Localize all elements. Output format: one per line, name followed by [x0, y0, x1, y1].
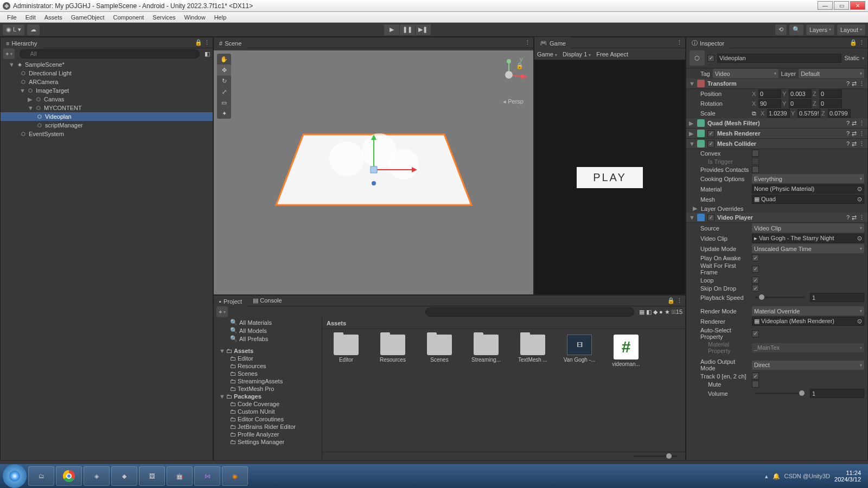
layout-dropdown[interactable]: Layout▾	[837, 24, 865, 35]
renderer-field[interactable]: ▦ Videoplan (Mesh Renderer)⊙	[752, 317, 864, 326]
hierarchy-search[interactable]	[20, 49, 200, 59]
menu-edit[interactable]: Edit	[21, 13, 40, 22]
volume-slider[interactable]	[755, 393, 805, 394]
thumbnail-size-slider[interactable]	[634, 455, 677, 457]
source-dropdown[interactable]: Video Clip▾	[752, 223, 864, 233]
auto-select-checkbox[interactable]	[752, 330, 759, 337]
taskbar-photos-button[interactable]: 🖼	[139, 466, 165, 486]
filter-icon[interactable]: ★	[665, 309, 670, 316]
taskbar-android-button[interactable]: 🤖	[167, 466, 193, 486]
folder-item[interactable]: ▼🗀Assets	[214, 347, 322, 355]
loop-checkbox[interactable]	[752, 277, 759, 284]
taskbar-vs-button[interactable]: ⋈	[194, 466, 220, 486]
persp-label[interactable]: ◂ Persp	[503, 98, 524, 105]
filter-icon[interactable]: ◆	[653, 309, 658, 316]
breadcrumb[interactable]: Assets	[322, 317, 685, 329]
inspector-tab[interactable]: ⓘInspector	[686, 37, 730, 49]
tag-dropdown[interactable]: Video▾	[713, 69, 778, 78]
video-player-enabled[interactable]	[707, 214, 714, 221]
wait-first-frame-checkbox[interactable]	[752, 266, 759, 273]
game-mode-dropdown[interactable]: Game ▾	[537, 51, 557, 57]
move-tool[interactable]: ✥	[217, 65, 231, 75]
position-y-input[interactable]	[789, 89, 812, 98]
component-menu-icon[interactable]: ⋮	[859, 80, 865, 87]
filter-item[interactable]: 🔍All Prefabs	[214, 335, 322, 343]
convex-checkbox[interactable]	[752, 150, 759, 157]
layer-dropdown[interactable]: Default▾	[799, 69, 864, 78]
display-dropdown[interactable]: Display 1 ▾	[563, 51, 591, 57]
mute-checkbox[interactable]	[752, 381, 759, 388]
orientation-gizmo[interactable]: y x 🔒	[490, 56, 528, 94]
update-mode-dropdown[interactable]: Unscaled Game Time▾	[752, 244, 864, 253]
scale-x-input[interactable]	[767, 109, 790, 118]
folder-item[interactable]: ▼🗀Packages	[214, 393, 322, 400]
folder-item[interactable]: 🗀TextMesh Pro	[214, 385, 322, 393]
skip-on-drop-checkbox[interactable]	[752, 285, 759, 292]
mesh-filter-header[interactable]: ▶Quad (Mesh Filter)?⇄⋮	[686, 118, 867, 129]
menu-services[interactable]: Services	[148, 13, 180, 22]
video-player-header[interactable]: ▼Video Player?⇄⋮	[686, 213, 867, 223]
scale-link-icon[interactable]: ⧉	[752, 110, 756, 117]
track-checkbox[interactable]	[752, 373, 759, 380]
minimize-button[interactable]: —	[818, 1, 833, 10]
game-menu-icon[interactable]: ⋮	[676, 39, 682, 46]
rotation-x-input[interactable]	[758, 99, 781, 108]
project-lock-icon[interactable]: 🔒	[667, 297, 675, 304]
undo-history-button[interactable]: ⟲	[775, 24, 787, 35]
clock-time[interactable]: 11:24	[834, 470, 861, 476]
filter-item[interactable]: 🔍All Models	[214, 326, 322, 335]
filter-icon[interactable]: ▦	[639, 309, 644, 316]
preset-icon[interactable]: ⇄	[852, 80, 857, 87]
taskbar-unityhub-button[interactable]: ◆	[111, 466, 137, 486]
scene-tab[interactable]: #Scene	[214, 37, 247, 48]
folder-item[interactable]: 🗀Custom NUnit	[214, 408, 322, 415]
account-button[interactable]: ◉L ▾	[3, 24, 24, 35]
game-viewport[interactable]: PLAY	[534, 60, 685, 294]
asset-folder[interactable]: Streaming...	[468, 335, 505, 363]
folder-item[interactable]: 🗀Resources	[214, 362, 322, 370]
close-button[interactable]: ✕	[850, 1, 865, 10]
taskbar-unity-button[interactable]: ◈	[84, 466, 110, 486]
cloud-button[interactable]: ☁	[27, 24, 40, 35]
pause-button[interactable]: ❚❚	[400, 24, 415, 35]
menu-help[interactable]: Help	[210, 13, 231, 22]
game-play-button[interactable]: PLAY	[577, 167, 643, 188]
layers-dropdown[interactable]: Layers▾	[806, 24, 834, 35]
view-tool[interactable]: ✋	[217, 54, 231, 65]
tree-item[interactable]: ⬡EventSystem	[1, 130, 213, 138]
folder-item[interactable]: 🗀JetBrains Rider Editor	[214, 423, 322, 431]
folder-item[interactable]: 🗀Code Coverage	[214, 400, 322, 408]
scale-z-input[interactable]	[828, 109, 851, 118]
rotation-y-input[interactable]	[789, 99, 812, 108]
scene-viewport[interactable]: ✋ ✥ ↻ ⤢ ▭ ✦	[214, 50, 533, 294]
mesh-collider-enabled[interactable]	[707, 140, 714, 147]
project-search[interactable]	[425, 307, 634, 317]
aspect-dropdown[interactable]: Free Aspect	[596, 51, 628, 57]
tree-item[interactable]: ⬡Directional Light	[1, 69, 213, 78]
tree-item[interactable]: ▼⬡MYCONTENT	[1, 104, 213, 112]
rotate-tool[interactable]: ↻	[217, 75, 231, 86]
project-menu-icon[interactable]: ⋮	[676, 297, 682, 304]
game-tab[interactable]: 🎮Game	[534, 37, 571, 48]
tree-item[interactable]: ▼⬡ImageTarget	[1, 86, 213, 95]
inspector-lock-icon[interactable]: 🔒	[850, 39, 857, 46]
taskbar-explorer-button[interactable]: 🗂	[28, 466, 54, 486]
hierarchy-tab[interactable]: ≡Hierarchy	[1, 37, 43, 48]
object-name-input[interactable]	[717, 54, 841, 63]
play-button[interactable]: ▶	[384, 24, 399, 35]
folder-item[interactable]: 🗀Profile Analyzer	[214, 431, 322, 438]
static-dropdown[interactable]: ▾	[862, 56, 864, 61]
layer-overrides-label[interactable]: Layer Overrides	[701, 206, 743, 212]
inspector-menu-icon[interactable]: ⋮	[859, 39, 865, 46]
scale-y-input[interactable]	[797, 109, 820, 118]
step-button[interactable]: ▶❚	[416, 24, 431, 35]
create-dropdown[interactable]: +▾	[3, 48, 15, 59]
render-mode-dropdown[interactable]: Material Override▾	[752, 306, 864, 316]
menu-gameobject[interactable]: GameObject	[67, 13, 109, 22]
asset-folder[interactable]: Resources	[374, 335, 411, 363]
provides-contacts-checkbox[interactable]	[752, 166, 759, 173]
asset-folder[interactable]: TextMesh ...	[514, 335, 551, 363]
menu-window[interactable]: Window	[180, 13, 210, 22]
video-clip-field[interactable]: ▸ Van Gogh - The Starry Night⊙	[752, 234, 864, 243]
clock-date[interactable]: 2024/3/12	[834, 476, 861, 483]
